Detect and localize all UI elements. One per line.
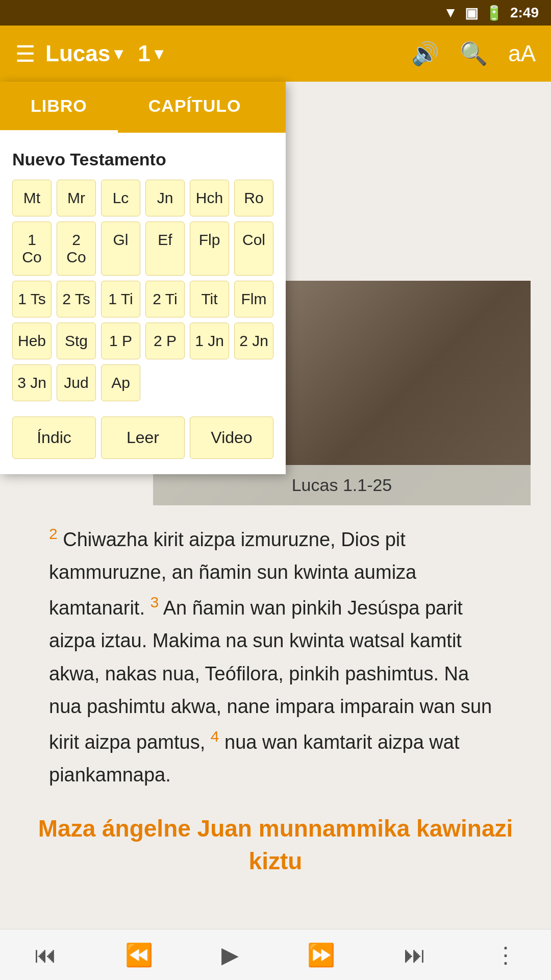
tab-capitulo[interactable]: CAPÍTULO (118, 82, 272, 133)
book-3jn[interactable]: 3 Jn (12, 364, 52, 401)
book-1jn[interactable]: 1 Jn (190, 323, 229, 359)
book-col[interactable]: Col (234, 222, 273, 276)
book-tit[interactable]: Tit (190, 281, 229, 317)
book-jud[interactable]: Jud (57, 364, 96, 401)
book-gl[interactable]: Gl (101, 222, 140, 276)
book-2co[interactable]: 2 Co (57, 222, 96, 276)
book-ro[interactable]: Ro (234, 180, 273, 216)
play-button[interactable]: ▶ (221, 942, 239, 968)
book-ap[interactable]: Ap (101, 364, 140, 401)
book-grid: Mt Mr Lc Jn Hch Ro 1 Co 2 Co Gl Ef Flp C… (12, 180, 273, 401)
dropdown-tabs: LIBRO CAPÍTULO (0, 82, 286, 134)
font-size-button[interactable]: aA (508, 41, 536, 66)
book-heb[interactable]: Heb (12, 323, 52, 359)
book-1ts[interactable]: 1 Ts (12, 281, 52, 317)
next-button[interactable]: ⏩ (307, 942, 335, 968)
time-display: 2:49 (510, 5, 539, 21)
wifi-icon: ▼ (443, 5, 458, 21)
book-2jn[interactable]: 2 Jn (234, 323, 273, 359)
book-ef[interactable]: Ef (145, 222, 185, 276)
prev-button[interactable]: ⏪ (125, 942, 153, 968)
more-options-button[interactable]: ⋮ (494, 942, 517, 968)
video-button[interactable]: Video (190, 416, 273, 459)
chapter-chevron: ▾ (155, 44, 163, 63)
book-name: Lucas (45, 41, 110, 66)
book-lc[interactable]: Lc (101, 180, 140, 216)
book-1co[interactable]: 1 Co (12, 222, 52, 276)
search-button[interactable]: 🔍 (460, 40, 488, 67)
book-1ti[interactable]: 1 Ti (101, 281, 140, 317)
verse-2: 2 Chiwazha kirit aizpa izmuruzne, Dios p… (49, 521, 502, 792)
book-2ti[interactable]: 2 Ti (145, 281, 185, 317)
book-selector[interactable]: Lucas ▾ (45, 41, 122, 66)
skip-forward-button[interactable]: ⏭ (404, 942, 426, 968)
action-buttons: Índic Leer Video (12, 416, 273, 459)
book-flm[interactable]: Flm (234, 281, 273, 317)
book-2ts[interactable]: 2 Ts (57, 281, 96, 317)
book-1p[interactable]: 1 P (101, 323, 140, 359)
status-bar: ▼ ▣ 🔋 2:49 (0, 0, 551, 26)
menu-icon[interactable]: ☰ (15, 41, 35, 67)
indice-button[interactable]: Índic (12, 416, 96, 459)
skip-back-button[interactable]: ⏮ (34, 942, 57, 968)
tab-libro[interactable]: LIBRO (0, 82, 118, 133)
book-2p[interactable]: 2 P (145, 323, 185, 359)
dropdown-content: Nuevo Testamento Mt Mr Lc Jn Hch Ro 1 Co… (0, 134, 286, 474)
book-hch[interactable]: Hch (190, 180, 229, 216)
testament-title: Nuevo Testamento (12, 150, 273, 169)
app-bar: ☰ Lucas ▾ 1 ▾ 🔊 🔍 aA (0, 26, 551, 82)
battery-icon: 🔋 (485, 5, 503, 21)
book-mt[interactable]: Mt (12, 180, 52, 216)
book-dropdown-panel: LIBRO CAPÍTULO Nuevo Testamento Mt Mr Lc… (0, 82, 286, 474)
section-heading-2: Maza ángelne Juan munnammika kawinazi ki… (24, 812, 527, 878)
book-mr[interactable]: Mr (57, 180, 96, 216)
leer-button[interactable]: Leer (101, 416, 185, 459)
sound-button[interactable]: 🔊 (411, 40, 439, 67)
book-stg[interactable]: Stg (57, 323, 96, 359)
signal-icon: ▣ (465, 5, 478, 21)
book-jn[interactable]: Jn (145, 180, 185, 216)
chapter-selector[interactable]: 1 ▾ (138, 41, 162, 66)
book-flp[interactable]: Flp (190, 222, 229, 276)
bottom-bar: ⏮ ⏪ ▶ ⏩ ⏭ ⋮ (0, 929, 551, 980)
chapter-number: 1 (138, 41, 150, 66)
book-chevron: ▾ (114, 44, 122, 63)
